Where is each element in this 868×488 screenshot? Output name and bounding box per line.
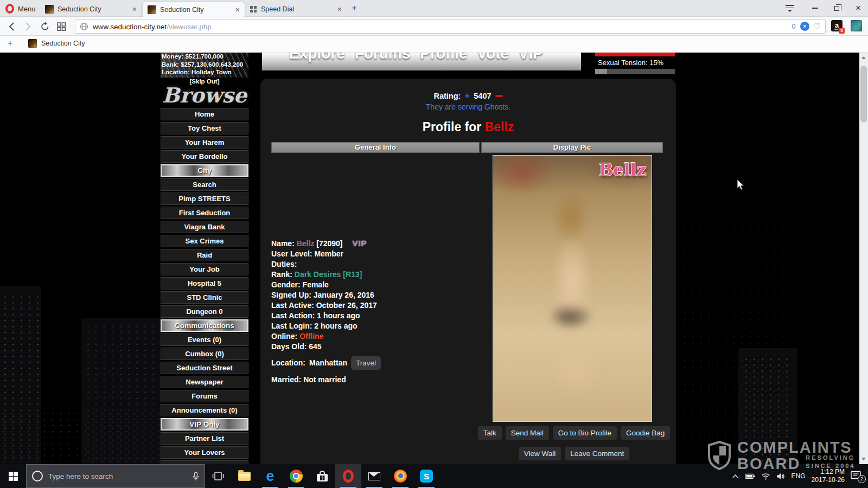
goodie-bag-button[interactable]: Goodie Bag bbox=[621, 426, 670, 440]
scroll-down-icon[interactable] bbox=[861, 458, 866, 460]
sidebar-item-pimp-streets[interactable]: Pimp STREETS bbox=[161, 192, 248, 205]
reload-button[interactable] bbox=[38, 20, 52, 34]
nav-profile[interactable]: Profile bbox=[420, 53, 467, 62]
tab-close-icon[interactable]: × bbox=[235, 6, 240, 14]
tab-seduction-city-1[interactable]: Seduction City × bbox=[40, 2, 142, 17]
talk-button[interactable]: Talk bbox=[478, 426, 502, 440]
close-icon: × bbox=[856, 4, 861, 12]
microphone-icon[interactable] bbox=[193, 472, 199, 481]
store-button[interactable] bbox=[309, 464, 335, 488]
store-icon bbox=[317, 471, 328, 481]
field-label: Last Action: bbox=[271, 311, 315, 320]
field-value-rank[interactable]: Dark Desires [R13] bbox=[295, 270, 362, 279]
add-bookmark-button[interactable]: + bbox=[8, 38, 12, 48]
nav-explore[interactable]: Explore bbox=[289, 53, 345, 62]
profile-title-prefix: Profile for bbox=[423, 120, 482, 134]
search-input[interactable] bbox=[48, 472, 187, 480]
nav-forums[interactable]: Forums bbox=[355, 53, 411, 62]
sidebar-item-viagra-bank[interactable]: Viagra Bank bbox=[161, 221, 248, 233]
sidebar-item-forums[interactable]: Forums bbox=[161, 390, 248, 402]
window-restore-button[interactable] bbox=[826, 0, 847, 16]
taskbar-search[interactable] bbox=[26, 464, 205, 488]
sidebar-item-seduction-street[interactable]: Seduction Street bbox=[161, 362, 248, 374]
sidebar-item-your-job[interactable]: Your Job bbox=[161, 263, 248, 275]
rating-plus-icon[interactable]: + bbox=[464, 91, 470, 101]
back-button[interactable] bbox=[4, 20, 18, 34]
url-host: www.seduction-city.net bbox=[93, 23, 167, 31]
battery-icon[interactable] bbox=[745, 473, 755, 479]
opera-button[interactable] bbox=[335, 464, 361, 488]
language-indicator[interactable]: ENG bbox=[792, 472, 806, 480]
bookmark-seduction-city[interactable]: Seduction City bbox=[28, 39, 85, 48]
extension-button[interactable] bbox=[851, 20, 862, 31]
bookmark-heart-icon[interactable]: ♡ bbox=[814, 22, 821, 31]
tab-seduction-city-2-active[interactable]: Seduction City × bbox=[143, 2, 245, 17]
sidebar-item-partner-list[interactable]: Partner List bbox=[161, 432, 248, 445]
profile-actions-row-2: View Wall Leave Comment bbox=[482, 447, 666, 460]
sidebar-item-toy-chest[interactable]: Toy Chest bbox=[161, 122, 248, 134]
window-close-button[interactable]: × bbox=[848, 0, 868, 16]
sidebar-item-events[interactable]: Events (0) bbox=[161, 333, 248, 346]
sidebar-item-raid[interactable]: Raid bbox=[161, 249, 248, 261]
firefox-button[interactable] bbox=[387, 464, 413, 488]
sidebar-item-std-clinic[interactable]: STD Clinic bbox=[161, 291, 248, 304]
sidebar-item-home[interactable]: Home bbox=[161, 108, 248, 120]
chrome-button[interactable] bbox=[283, 464, 309, 488]
ghost-status-line[interactable]: They are serving Ghosts. bbox=[260, 102, 676, 111]
leave-comment-button[interactable]: Leave Comment bbox=[565, 447, 629, 460]
divider bbox=[22, 39, 22, 49]
sidebar-item-search[interactable]: Search bbox=[161, 178, 248, 191]
sidebar-item-newspaper[interactable]: Newspaper bbox=[161, 376, 248, 388]
field-label: Last Login: bbox=[271, 322, 312, 330]
volume-icon[interactable] bbox=[776, 473, 786, 480]
notification-count-badge: 2 bbox=[858, 475, 866, 483]
tray-chevron-up-icon[interactable] bbox=[732, 474, 739, 479]
tab-menu-button[interactable] bbox=[786, 5, 794, 11]
view-wall-button[interactable]: View Wall bbox=[519, 447, 561, 460]
bio-profile-button[interactable]: Go to Bio Profile bbox=[553, 426, 617, 440]
scrollbar-thumb[interactable] bbox=[860, 66, 867, 123]
window-minimize-button[interactable] bbox=[805, 0, 825, 16]
travel-button[interactable]: Travel bbox=[351, 356, 381, 370]
rating-minus-icon[interactable] bbox=[495, 95, 503, 97]
nav-vote[interactable]: Vote bbox=[477, 53, 509, 62]
address-bar[interactable]: www.seduction-city.net/viewuser.php 0 × … bbox=[75, 19, 826, 34]
forward-button[interactable] bbox=[21, 20, 35, 34]
sidebar-item-your-bordello[interactable]: Your Bordello bbox=[161, 150, 248, 163]
sidebar-item-announcements[interactable]: Announcements (0) bbox=[161, 404, 248, 416]
edge-button[interactable]: e bbox=[257, 464, 283, 488]
action-center-button[interactable]: 2 bbox=[851, 471, 863, 481]
sidebar-item-hospital[interactable]: Hospital 5 bbox=[161, 277, 248, 290]
game-nav-items: Explore Forums Profile Vote VIP bbox=[262, 53, 581, 62]
tab-speed-dial[interactable]: Speed Dial × bbox=[245, 2, 347, 17]
sidebar-item-your-harem[interactable]: Your Harem bbox=[161, 136, 248, 149]
scroll-up-icon[interactable] bbox=[861, 56, 866, 59]
sidebar-item-sex-crimes[interactable]: Sex Crimes bbox=[161, 235, 248, 247]
new-tab-button[interactable]: + bbox=[352, 3, 357, 14]
opera-menu-button[interactable]: Menu bbox=[5, 2, 36, 15]
send-mail-button[interactable]: Send Mail bbox=[506, 426, 549, 440]
sidebar-item-black-list[interactable]: Black List bbox=[161, 460, 248, 465]
mail-button[interactable] bbox=[361, 464, 387, 488]
speed-dial-grid-button[interactable] bbox=[54, 20, 68, 34]
sidebar-item-first-seduction[interactable]: First Seduction bbox=[161, 207, 248, 219]
profile-photo: Bellz bbox=[493, 155, 652, 422]
wifi-icon[interactable] bbox=[761, 473, 770, 480]
sidebar-item-cumbox[interactable]: Cumbox (0) bbox=[161, 348, 248, 360]
amazon-extension-button[interactable]: a 5 bbox=[831, 20, 843, 31]
scrollbar[interactable] bbox=[859, 53, 868, 464]
profile-title-name: Bellz bbox=[485, 120, 514, 134]
task-view-button[interactable] bbox=[205, 464, 231, 488]
adblock-shield-icon[interactable]: × bbox=[800, 22, 809, 31]
skype-button[interactable]: S bbox=[413, 464, 439, 488]
sidebar-item-dungeon[interactable]: Dungeon 0 bbox=[161, 305, 248, 318]
tab-close-icon[interactable]: × bbox=[132, 5, 137, 13]
sidebar-item-your-lovers[interactable]: Your Lovers bbox=[161, 446, 248, 459]
skype-icon: S bbox=[420, 470, 433, 483]
file-explorer-button[interactable] bbox=[231, 464, 257, 488]
cortana-icon bbox=[32, 471, 43, 481]
start-button[interactable] bbox=[0, 464, 26, 488]
nav-vip[interactable]: VIP bbox=[519, 53, 543, 62]
tab-close-icon[interactable]: × bbox=[337, 5, 342, 13]
field-label: User Level: bbox=[271, 249, 312, 258]
